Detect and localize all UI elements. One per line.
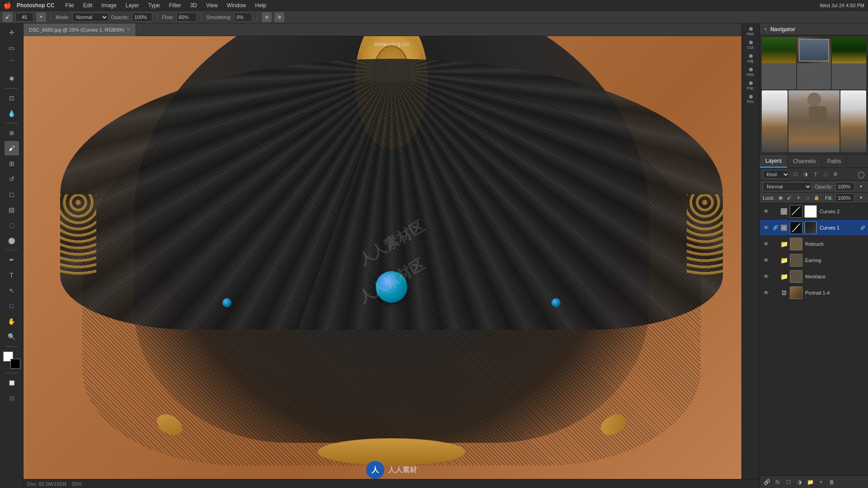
- opacity-input[interactable]: [132, 13, 152, 22]
- lock-all-btn[interactable]: 🔒: [813, 195, 820, 201]
- layer-item-curves1[interactable]: 👁 🔗 ◈ Curves 1 🔗: [760, 220, 868, 236]
- mode-select[interactable]: Normal Multiply Screen: [72, 13, 108, 22]
- lock-position-btn[interactable]: ✛: [795, 195, 802, 201]
- mini-panel-properties[interactable]: Pro.: [744, 93, 758, 106]
- brush-size-input[interactable]: [15, 13, 33, 22]
- menu-filter[interactable]: Filter: [165, 1, 185, 9]
- lasso-tool[interactable]: ⌒: [5, 56, 19, 70]
- mini-panel-paragraph[interactable]: Par.: [744, 80, 758, 92]
- layer-item-curves2[interactable]: 👁 ◈ Curves 2: [760, 203, 868, 220]
- symmetry-btn[interactable]: ⊗: [274, 12, 284, 22]
- background-color[interactable]: [10, 359, 20, 369]
- quick-mask-btn[interactable]: ⬜: [5, 375, 19, 390]
- filter-type-icon[interactable]: T: [811, 170, 820, 178]
- filter-pixel-icon[interactable]: ⬡: [792, 170, 800, 178]
- type-tool[interactable]: T: [5, 268, 19, 282]
- blend-mode-select[interactable]: Normal Multiply Screen Overlay: [763, 182, 812, 191]
- nav-thumb-portrait[interactable]: [797, 37, 831, 89]
- layer-visibility-retouch[interactable]: 👁: [763, 240, 770, 248]
- link-layers-btn[interactable]: 🔗: [763, 478, 771, 486]
- tab-paths[interactable]: Paths: [822, 155, 847, 168]
- menu-layer[interactable]: Layer: [122, 1, 143, 9]
- add-mask-btn[interactable]: ⬡: [784, 478, 793, 486]
- filter-toggle[interactable]: ◯: [857, 170, 865, 178]
- lock-transparent-btn[interactable]: ▣: [777, 195, 783, 201]
- flow-input[interactable]: [176, 13, 197, 22]
- layer-item-retouch[interactable]: 👁 📁 Retouch: [760, 236, 868, 252]
- layer-visibility-earring[interactable]: 👁: [763, 257, 770, 264]
- nav-thumb-lamp-right[interactable]: [840, 90, 866, 153]
- menu-type[interactable]: Type: [145, 1, 164, 9]
- apple-menu[interactable]: 🍎: [4, 2, 11, 9]
- nav-thumb-forest2[interactable]: [832, 37, 866, 89]
- pen-tool[interactable]: ✒: [5, 253, 19, 267]
- new-adjustment-btn[interactable]: ◑: [795, 478, 803, 486]
- mini-panel-history[interactable]: Hist.: [744, 66, 758, 79]
- new-layer-btn[interactable]: +: [817, 478, 825, 486]
- quick-select-tool[interactable]: ✱: [5, 71, 19, 86]
- layer-visibility-portrait[interactable]: 👁: [763, 289, 770, 296]
- menu-view[interactable]: View: [203, 1, 222, 9]
- layer-name-retouch: Retouch: [805, 241, 865, 247]
- layer-visibility-curves1[interactable]: 👁: [763, 224, 770, 231]
- menu-help[interactable]: Help: [251, 1, 270, 9]
- rectangle-tool[interactable]: □: [5, 299, 19, 313]
- brush-picker[interactable]: ▼: [36, 12, 46, 22]
- delete-layer-btn[interactable]: 🗑: [828, 478, 836, 486]
- tool-preset-picker[interactable]: 🖌: [3, 12, 13, 22]
- opacity-value-input[interactable]: [835, 182, 854, 191]
- layer-filter-select[interactable]: Kind Name: [763, 170, 790, 179]
- fill-value-input[interactable]: [835, 193, 854, 202]
- move-tool[interactable]: ✛: [5, 25, 19, 40]
- nav-thumb-lamp-left[interactable]: [762, 90, 788, 153]
- zoom-tool[interactable]: 🔍: [5, 329, 19, 344]
- new-group-btn[interactable]: 📁: [806, 478, 814, 486]
- layer-item-portrait[interactable]: 👁 🖼 Portrait 1-4: [760, 285, 868, 301]
- dodge-tool[interactable]: ⬤: [5, 233, 19, 248]
- add-style-btn[interactable]: fx: [774, 478, 782, 486]
- menu-edit[interactable]: Edit: [80, 1, 96, 9]
- menu-window[interactable]: Window: [223, 1, 250, 9]
- canvas-tab-active[interactable]: DSC_6680.jpg @ 25% (Curves 1, RGB/8#) ✕: [24, 23, 136, 36]
- filter-smart-icon[interactable]: ⚙: [831, 170, 840, 178]
- tab-layers[interactable]: Layers: [760, 155, 788, 168]
- blur-tool[interactable]: ◌: [5, 218, 19, 232]
- fill-arrow[interactable]: ▾: [857, 194, 865, 202]
- menu-image[interactable]: Image: [98, 1, 120, 9]
- mini-panel-color[interactable]: Col.: [744, 39, 758, 52]
- navigator-arrow[interactable]: ▼: [764, 27, 768, 32]
- close-tab-btn[interactable]: ✕: [127, 27, 130, 32]
- selection-tool[interactable]: ▭: [5, 41, 19, 55]
- menu-file[interactable]: File: [61, 1, 77, 9]
- nav-thumb-forest1[interactable]: [762, 37, 796, 89]
- lock-pixels-btn[interactable]: 🖌: [786, 195, 793, 201]
- mini-panel-adjustments[interactable]: Adj.: [744, 52, 758, 65]
- smoothing-input[interactable]: [234, 13, 252, 22]
- opacity-arrow[interactable]: ▾: [857, 183, 865, 191]
- lock-artboard-btn[interactable]: □: [804, 195, 811, 201]
- layer-thumb-curves2: [790, 205, 802, 218]
- nav-thumb-person[interactable]: [788, 90, 840, 153]
- airbrush-btn[interactable]: ⊕: [262, 12, 272, 22]
- gradient-tool[interactable]: ▤: [5, 202, 19, 217]
- hand-tool[interactable]: ✋: [5, 314, 19, 328]
- tab-channels[interactable]: Channels: [788, 155, 822, 168]
- screen-mode-btn[interactable]: ⬛: [5, 391, 19, 405]
- crop-tool[interactable]: ⊡: [5, 91, 19, 105]
- menu-3d[interactable]: 3D: [186, 1, 200, 9]
- eyedropper-tool[interactable]: 💧: [5, 106, 19, 121]
- eraser-tool[interactable]: ◻: [5, 187, 19, 202]
- filter-adjustment-icon[interactable]: ◑: [802, 170, 810, 178]
- mini-panel-histogram[interactable]: Hist.: [744, 25, 758, 38]
- history-brush-tool[interactable]: ↺: [5, 172, 19, 186]
- layer-visibility-necklace[interactable]: 👁: [763, 273, 770, 280]
- path-selection-tool[interactable]: ↖: [5, 283, 19, 298]
- filter-shape-icon[interactable]: □: [821, 170, 830, 178]
- layer-visibility-curves2[interactable]: 👁: [763, 208, 770, 215]
- layer-item-earring[interactable]: 👁 📁 Earring: [760, 252, 868, 268]
- clone-tool[interactable]: ⊞: [5, 156, 19, 171]
- brush-tool[interactable]: 🖌: [5, 141, 19, 155]
- layer-item-necklace[interactable]: 👁 📁 Necklace: [760, 268, 868, 285]
- healing-tool[interactable]: ⊕: [5, 126, 19, 140]
- canvas-content[interactable]: 人人素材区 人人素材区 www.rrcg.cn 人 人人素材: [24, 36, 760, 488]
